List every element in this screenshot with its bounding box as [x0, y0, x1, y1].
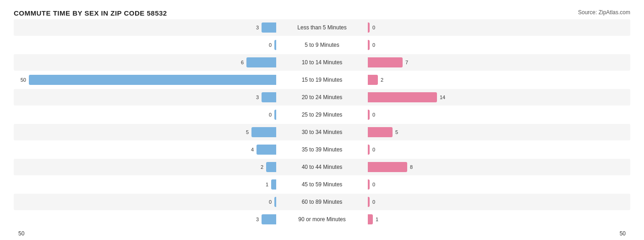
right-section: 0 [368, 40, 630, 50]
male-value: 50 [21, 77, 26, 83]
right-section: 1 [368, 214, 630, 224]
row-label: 35 to 39 Minutes [302, 146, 343, 153]
male-bar [262, 214, 276, 224]
left-section: 3 [14, 92, 276, 102]
right-section: 0 [368, 197, 630, 207]
right-section: 7 [368, 57, 630, 67]
male-value: 0 [269, 112, 272, 117]
male-bar [266, 162, 276, 172]
row-label: 10 to 14 Minutes [302, 59, 343, 66]
bar-row: 3 20 to 24 Minutes 14 [14, 89, 630, 106]
axis-row: 50 50 [14, 230, 630, 237]
chart-container: COMMUTE TIME BY SEX IN ZIP CODE 58532 So… [14, 9, 630, 240]
male-bar [29, 75, 276, 85]
right-section: 2 [368, 75, 630, 85]
axis-left-label: 50 [14, 230, 322, 237]
right-section: 0 [368, 179, 630, 190]
female-value: 0 [372, 42, 375, 48]
axis-right-label: 50 [322, 230, 630, 237]
bar-row: 3 90 or more Minutes 1 [14, 211, 630, 228]
source-label: Source: ZipAtlas.com [578, 9, 630, 16]
row-label: 15 to 19 Minutes [302, 77, 343, 83]
right-section: 5 [368, 127, 630, 137]
female-value: 0 [372, 199, 375, 205]
male-value: 0 [269, 42, 272, 48]
female-bar [368, 127, 393, 137]
row-label: 60 to 89 Minutes [302, 199, 343, 205]
male-value: 3 [256, 217, 259, 222]
male-value: 4 [251, 147, 254, 152]
female-value: 7 [405, 60, 408, 65]
female-value: 0 [372, 182, 375, 187]
female-bar [368, 92, 437, 102]
bar-row: 6 10 to 14 Minutes 7 [14, 54, 630, 71]
left-section: 6 [14, 57, 276, 67]
female-bar [368, 145, 370, 155]
male-value: 6 [241, 60, 244, 65]
left-section: 1 [14, 179, 276, 190]
female-bar [368, 75, 378, 85]
female-value: 0 [372, 112, 375, 117]
male-bar [251, 127, 276, 137]
row-label: 20 to 24 Minutes [302, 94, 343, 100]
left-section: 50 [14, 75, 276, 85]
female-bar [368, 197, 370, 207]
row-label: 90 or more Minutes [298, 216, 345, 223]
female-bar [368, 22, 370, 33]
female-value: 14 [440, 95, 445, 100]
bar-row: 0 5 to 9 Minutes 0 [14, 37, 630, 53]
bar-row: 0 60 to 89 Minutes 0 [14, 194, 630, 210]
male-value: 3 [256, 95, 259, 100]
male-bar [246, 57, 276, 67]
female-value: 1 [376, 217, 378, 222]
male-bar [257, 145, 276, 155]
female-bar [368, 162, 407, 172]
left-section: 4 [14, 145, 276, 155]
right-section: 0 [368, 110, 630, 120]
right-section: 0 [368, 145, 630, 155]
bar-row: 2 40 to 44 Minutes 8 [14, 159, 630, 175]
right-section: 8 [368, 162, 630, 172]
female-bar [368, 214, 373, 224]
female-value: 0 [372, 25, 375, 30]
row-label: 45 to 59 Minutes [302, 181, 343, 188]
male-bar [271, 179, 276, 190]
right-section: 14 [368, 92, 630, 102]
male-bar [262, 22, 276, 33]
male-value: 5 [246, 129, 249, 135]
left-section: 0 [14, 197, 276, 207]
row-label: 40 to 44 Minutes [302, 164, 343, 170]
chart-area: 3 Less than 5 Minutes 0 0 5 to 9 Minutes… [14, 19, 630, 228]
left-section: 0 [14, 110, 276, 120]
bar-row: 4 35 to 39 Minutes 0 [14, 141, 630, 158]
male-value: 1 [266, 182, 268, 187]
row-label: 30 to 34 Minutes [302, 129, 343, 135]
female-value: 8 [410, 164, 413, 170]
bar-row: 50 15 to 19 Minutes 2 [14, 72, 630, 88]
male-bar [262, 92, 276, 102]
row-label: 25 to 29 Minutes [302, 112, 343, 118]
bar-row: 3 Less than 5 Minutes 0 [14, 19, 630, 36]
left-section: 0 [14, 40, 276, 50]
male-value: 3 [256, 25, 259, 30]
female-bar [368, 179, 370, 190]
left-section: 3 [14, 214, 276, 224]
female-bar [368, 40, 370, 50]
left-section: 2 [14, 162, 276, 172]
female-bar [368, 110, 370, 120]
bar-row: 5 30 to 34 Minutes 5 [14, 124, 630, 140]
left-section: 5 [14, 127, 276, 137]
row-label: Less than 5 Minutes [297, 24, 346, 31]
right-section: 0 [368, 22, 630, 33]
female-value: 5 [395, 129, 398, 135]
left-section: 3 [14, 22, 276, 33]
chart-title: COMMUTE TIME BY SEX IN ZIP CODE 58532 [14, 9, 167, 17]
bar-row: 1 45 to 59 Minutes 0 [14, 176, 630, 193]
female-value: 0 [372, 147, 375, 152]
male-value: 2 [261, 164, 263, 170]
female-value: 2 [381, 77, 383, 83]
row-label: 5 to 9 Minutes [305, 42, 339, 48]
bar-row: 0 25 to 29 Minutes 0 [14, 106, 630, 123]
female-bar [368, 57, 403, 67]
male-value: 0 [269, 199, 272, 205]
